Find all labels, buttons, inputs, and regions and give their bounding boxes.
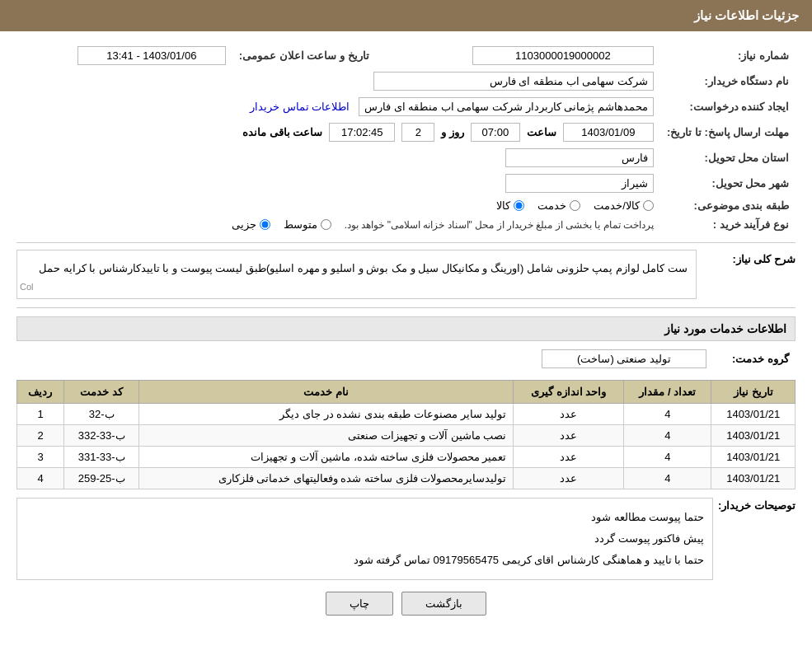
province-value: فارس xyxy=(505,148,654,167)
cell-date: 1403/01/21 xyxy=(711,404,796,425)
contact-link[interactable]: اطلاعات تماس خریدار xyxy=(250,101,350,113)
cell-code: ب-25-259 xyxy=(63,468,138,489)
city-value: شیراز xyxy=(505,174,654,193)
cell-count: 4 xyxy=(624,425,711,447)
recommendations-box: حتما پیوست مطالعه شود پیش فاکتور پیوست گ… xyxy=(16,498,713,580)
deadline-date: 1403/01/09 xyxy=(563,123,654,142)
city-label: شهر محل تحویل: xyxy=(660,171,796,196)
category-khedmat-label: خدمت xyxy=(537,199,566,212)
cell-unit: عدد xyxy=(514,404,624,425)
category-kala-label: کالا xyxy=(496,199,510,212)
cell-count: 4 xyxy=(624,447,711,468)
time-label: ساعت xyxy=(527,126,556,138)
table-row: 1403/01/21 4 عدد تولیدسایرمحصولات فلزی س… xyxy=(17,468,796,489)
col-unit: واحد اندازه گیری xyxy=(514,381,624,404)
need-desc-box: ست کامل لوازم پمپ حلزونی شامل (اورینگ و … xyxy=(16,250,697,299)
category-label: طبقه بندی موضوعی: xyxy=(660,196,796,215)
cell-date: 1403/01/21 xyxy=(711,425,796,447)
remaining-label: ساعت باقی مانده xyxy=(242,126,322,138)
table-row: 1403/01/21 4 عدد تعمیر محصولات فلزی ساخت… xyxy=(17,447,796,468)
announce-date-label: تاریخ و ساعت اعلان عمومی: xyxy=(232,43,376,68)
cell-unit: عدد xyxy=(514,425,624,447)
page-title: جزئیات اطلاعات نیاز xyxy=(694,8,799,22)
cell-unit: عدد xyxy=(514,447,624,468)
need-desc-label: شرح کلی نیاز: xyxy=(705,250,796,265)
category-kala-option[interactable]: کالا xyxy=(496,199,524,212)
process-jozi-option[interactable]: جزیی xyxy=(232,218,270,231)
days-label: روز و xyxy=(441,126,464,138)
services-table: تاریخ نیاز تعداد / مقدار واحد اندازه گیر… xyxy=(16,380,796,489)
col-code: کد خدمت xyxy=(63,381,138,404)
process-motawaset-label: متوسط xyxy=(284,218,317,231)
col-count: تعداد / مقدار xyxy=(624,381,711,404)
table-row: 1403/01/21 4 عدد تولید سایر مصنوعات طبقه… xyxy=(17,404,796,425)
page-header: جزئیات اطلاعات نیاز xyxy=(0,0,812,31)
cell-code: ب-32 xyxy=(63,404,138,425)
category-kala-khedmat-label: کالا/خدمت xyxy=(594,199,640,212)
cell-count: 4 xyxy=(624,468,711,489)
need-number-value: 1103000019000002 xyxy=(472,46,654,65)
back-button[interactable]: بازگشت xyxy=(401,592,486,616)
creator-label: ایجاد کننده درخواست: xyxy=(660,94,796,119)
announce-date-value: 1403/01/06 - 13:41 xyxy=(77,46,226,65)
cell-count: 4 xyxy=(624,404,711,425)
deadline-remaining: 17:02:45 xyxy=(329,123,395,142)
button-row: بازگشت چاپ xyxy=(16,592,796,616)
col-indicator: Col xyxy=(20,279,34,296)
table-row: 1403/01/21 4 عدد نصب ماشین آلات و تجهیزا… xyxy=(17,425,796,447)
service-info-section-title: اطلاعات خدمات مورد نیاز xyxy=(16,316,796,341)
send-deadline-label: مهلت ارسال پاسخ: تا تاریخ: xyxy=(660,119,796,145)
col-radif: ردیف xyxy=(17,381,64,404)
buyer-org-label: نام دستگاه خریدار: xyxy=(660,68,796,94)
cell-radif: 2 xyxy=(17,425,64,447)
buyer-org-value: شرکت سهامی اب منطقه ای فارس xyxy=(373,72,654,91)
need-number-label: شماره نیاز: xyxy=(660,43,796,68)
service-group-value: تولید صنعتی (ساخت) xyxy=(542,349,706,368)
cell-name: تعمیر محصولات فلزی ساخته شده، ماشین آلات… xyxy=(139,447,514,468)
cell-radif: 3 xyxy=(17,447,64,468)
category-khedmat-option[interactable]: خدمت xyxy=(537,199,580,212)
need-desc-value: ست کامل لوازم پمپ حلزونی شامل (اورینگ و … xyxy=(39,262,688,274)
cell-code: ب-33-331 xyxy=(63,447,138,468)
cell-radif: 1 xyxy=(17,404,64,425)
creator-value: محمدهاشم پژمانی کاربردار شرکت سهامی اب م… xyxy=(359,97,654,116)
rec-line2: پیش فاکتور پیوست گردد xyxy=(26,528,704,550)
province-label: استان محل تحویل: xyxy=(660,145,796,171)
process-note: پرداخت تمام یا بخشی از مبلغ خریدار از مح… xyxy=(345,219,654,231)
rec-line3: حتما با تایید و هماهنگی کارشناس اقای کری… xyxy=(26,550,704,571)
process-label: نوع فرآیند خرید : xyxy=(660,215,796,234)
cell-name: نصب ماشین آلات و تجهیزات صنعتی xyxy=(139,425,514,447)
cell-radif: 4 xyxy=(17,468,64,489)
print-button[interactable]: چاپ xyxy=(326,592,393,616)
recommendations-label: توصیحات خریدار: xyxy=(721,498,796,512)
service-group-label: گروه خدمت: xyxy=(713,346,796,372)
col-name: نام خدمت xyxy=(139,381,514,404)
cell-name: تولید سایر مصنوعات طبقه بندی نشده در جای… xyxy=(139,404,514,425)
cell-date: 1403/01/21 xyxy=(711,468,796,489)
process-jozi-label: جزیی xyxy=(232,218,256,231)
cell-unit: عدد xyxy=(514,468,624,489)
col-date: تاریخ نیاز xyxy=(711,381,796,404)
cell-code: ب-33-332 xyxy=(63,425,138,447)
category-kala-khedmat-option[interactable]: کالا/خدمت xyxy=(594,199,654,212)
deadline-days: 2 xyxy=(401,123,434,142)
rec-line1: حتما پیوست مطالعه شود xyxy=(26,507,704,528)
deadline-time: 07:00 xyxy=(471,123,520,142)
process-motawaset-option[interactable]: متوسط xyxy=(284,218,331,231)
cell-name: تولیدسایرمحصولات فلزی ساخته شده وفعالیته… xyxy=(139,468,514,489)
cell-date: 1403/01/21 xyxy=(711,447,796,468)
